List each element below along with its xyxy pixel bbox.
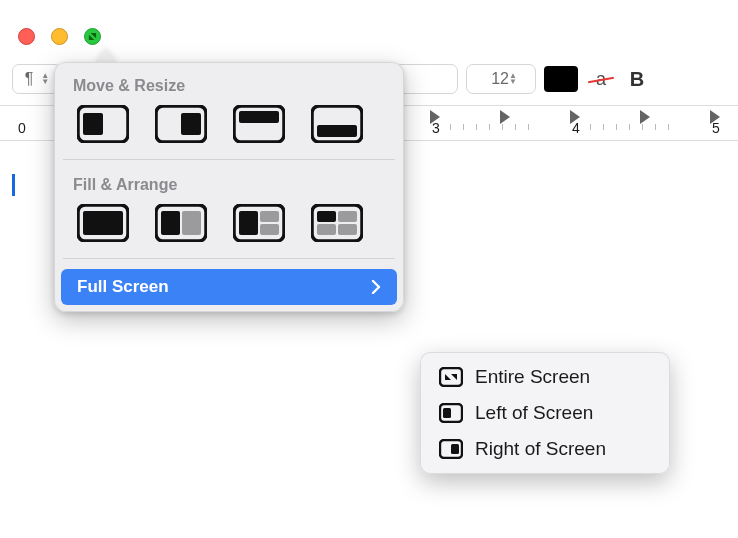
svg-rect-3: [181, 113, 201, 135]
submenu-label: Left of Screen: [475, 402, 593, 424]
submenu-left-of-screen[interactable]: Left of Screen: [427, 395, 663, 431]
paragraph-icon: ¶: [25, 70, 34, 88]
svg-rect-14: [239, 211, 258, 235]
svg-rect-26: [451, 444, 459, 454]
svg-rect-22: [440, 368, 462, 386]
svg-rect-11: [161, 211, 180, 235]
bold-letter: B: [630, 68, 644, 90]
full-screen-label: Full Screen: [77, 277, 169, 297]
text-color-swatch[interactable]: [544, 66, 578, 92]
tile-fill[interactable]: [77, 204, 129, 242]
fill-arrange-row: [55, 204, 403, 258]
svg-rect-9: [83, 211, 123, 235]
svg-rect-19: [338, 211, 357, 222]
ruler-mark: 0: [18, 120, 26, 136]
submenu-entire-screen[interactable]: Entire Screen: [427, 359, 663, 395]
submenu-label: Entire Screen: [475, 366, 590, 388]
strikethrough-button[interactable]: a: [586, 69, 616, 90]
svg-rect-7: [317, 125, 357, 137]
svg-rect-1: [83, 113, 103, 135]
tile-bottom-half[interactable]: [311, 105, 363, 143]
text-cursor: [12, 174, 15, 196]
chevron-updown-icon: ▲▼: [509, 73, 517, 85]
minimize-window-button[interactable]: [51, 28, 68, 45]
divider: [63, 258, 395, 259]
svg-rect-15: [260, 211, 279, 222]
move-resize-header: Move & Resize: [55, 71, 403, 105]
svg-rect-20: [317, 224, 336, 235]
svg-rect-18: [317, 211, 336, 222]
left-of-screen-icon: [439, 403, 463, 423]
chevron-right-icon: [371, 280, 381, 294]
tab-stop-icon[interactable]: [710, 110, 720, 124]
tile-arrange-quarters[interactable]: [311, 204, 363, 242]
entire-screen-icon: [439, 367, 463, 387]
divider: [63, 159, 395, 160]
font-size-dropdown[interactable]: 12 ▲▼: [466, 64, 536, 94]
svg-rect-21: [338, 224, 357, 235]
font-size-value: 12: [491, 70, 509, 88]
close-window-button[interactable]: [18, 28, 35, 45]
tab-stop-icon[interactable]: [640, 110, 650, 124]
bold-button[interactable]: B: [624, 68, 650, 91]
chevron-updown-icon: ▲▼: [41, 73, 49, 85]
tab-stop-icon[interactable]: [570, 110, 580, 124]
tab-stop-icon[interactable]: [430, 110, 440, 124]
svg-rect-5: [239, 111, 279, 123]
move-resize-row: [55, 105, 403, 159]
fill-arrange-header: Fill & Arrange: [55, 170, 403, 204]
tile-arrange-left[interactable]: [155, 204, 207, 242]
tile-right-half[interactable]: [155, 105, 207, 143]
right-of-screen-icon: [439, 439, 463, 459]
full-screen-menu-item[interactable]: Full Screen: [61, 269, 397, 305]
window-traffic-lights: [18, 28, 101, 45]
tab-stop-icon[interactable]: [500, 110, 510, 124]
svg-rect-17: [312, 205, 362, 241]
tile-left-half[interactable]: [77, 105, 129, 143]
full-screen-submenu: Entire Screen Left of Screen Right of Sc…: [420, 352, 670, 474]
svg-rect-12: [182, 211, 201, 235]
maximize-window-button[interactable]: [84, 28, 101, 45]
submenu-label: Right of Screen: [475, 438, 606, 460]
tile-top-half[interactable]: [233, 105, 285, 143]
svg-rect-24: [443, 408, 451, 418]
svg-rect-16: [260, 224, 279, 235]
window-tiling-popover: Move & Resize Fill & Arrange Full Scr: [54, 62, 404, 312]
submenu-right-of-screen[interactable]: Right of Screen: [427, 431, 663, 467]
tile-arrange-top-quarters[interactable]: [233, 204, 285, 242]
